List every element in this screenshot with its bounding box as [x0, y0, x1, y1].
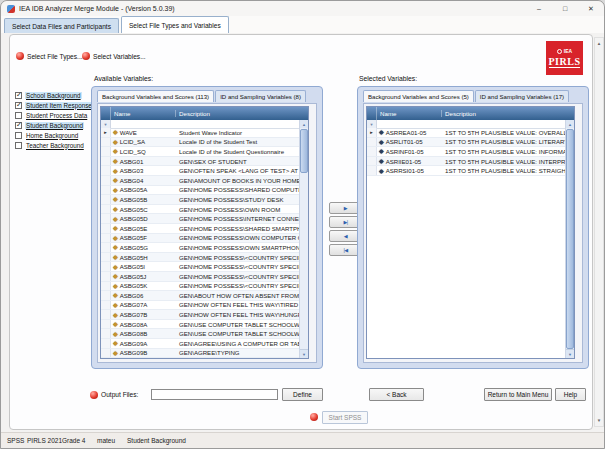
variable-row[interactable]: ASRREA01-05 1ST TO 5TH PLAUSIBLE VALUE: …: [367, 128, 565, 138]
help-button[interactable]: Help: [555, 388, 586, 401]
file-type-item[interactable]: Student Background: [15, 120, 91, 130]
define-button[interactable]: Define: [282, 388, 323, 401]
file-type-label: Student Background: [25, 122, 84, 129]
file-type-item[interactable]: Teacher Background: [15, 140, 91, 150]
variable-description: 1ST TO 5TH PLAUSIBLE VALUE: LITERARY PUR…: [442, 138, 565, 145]
panel-tab[interactable]: Background Variables and Scores (113): [97, 90, 214, 102]
variable-name: ASBG05H: [120, 254, 148, 261]
column-header-name[interactable]: Name: [111, 110, 176, 117]
variable-row[interactable]: ASBG09B GEN\AGREE\TYPING: [101, 349, 299, 358]
variable-row[interactable]: ASBG07B GEN\HOW OFTEN FEEL THIS WAY\HUNG…: [101, 310, 299, 320]
checkbox-icon[interactable]: [15, 102, 22, 109]
variable-icon: [113, 254, 118, 260]
variable-name: ASBG01: [120, 158, 144, 165]
variable-row[interactable]: ASBG05B GEN\HOME POSSESS\STUDY DESK: [101, 195, 299, 205]
row-gutter: [101, 128, 111, 137]
variable-row[interactable]: ASBG03 GEN\OFTEN SPEAK <LANG OF TEST> AT…: [101, 166, 299, 176]
variable-row[interactable]: ASRINF01-05 1ST TO 5TH PLAUSIBLE VALUE: …: [367, 147, 565, 157]
start-spss-button[interactable]: Start SPSS: [322, 411, 368, 424]
variable-row[interactable]: ASBG05D GEN\HOME POSSESS\INTERNET CONNEC…: [101, 214, 299, 224]
column-header-name[interactable]: Name: [377, 110, 442, 117]
scroll-down-icon[interactable]: ▼: [300, 349, 308, 358]
filter-icon: ▼: [367, 120, 377, 128]
variable-icon: [379, 168, 384, 174]
scroll-down-icon[interactable]: ▼: [566, 349, 574, 358]
status-grade: Grade 4: [62, 437, 86, 444]
variable-row[interactable]: LCID_SA Locale ID of the Student Test: [101, 138, 299, 148]
maximize-icon[interactable]: □: [552, 1, 578, 16]
checkbox-icon[interactable]: [15, 92, 22, 99]
checkbox-icon[interactable]: [15, 122, 22, 129]
variable-row[interactable]: ASRLIT01-05 1ST TO 5TH PLAUSIBLE VALUE: …: [367, 138, 565, 148]
output-files-input[interactable]: [151, 389, 278, 400]
file-type-item[interactable]: Student Item Responses: [15, 100, 91, 110]
file-type-item[interactable]: Home Background: [15, 130, 91, 140]
variable-row[interactable]: LCID_SQ Locale ID of the Student Questio…: [101, 147, 299, 157]
checkbox-icon[interactable]: [15, 142, 22, 149]
scroll-up-icon[interactable]: ▲: [300, 120, 308, 128]
variable-description: 1ST TO 5TH PLAUSIBLE VALUE: INTERPRETING…: [442, 158, 565, 165]
minimize-icon[interactable]: –: [526, 1, 552, 16]
variable-name: ASBG07B: [120, 311, 148, 318]
variable-description: 1ST TO 5TH PLAUSIBLE VALUE: INFORMATIONA…: [442, 148, 565, 155]
variable-row[interactable]: WAVE Student Wave Indicator: [101, 128, 299, 138]
variable-row[interactable]: ASBG07A GEN\HOW OFTEN FEEL THIS WAY\TIRE…: [101, 301, 299, 311]
variable-row[interactable]: ASBG06 GEN\ABOUT HOW OFTEN ABSENT FROM S…: [101, 291, 299, 301]
scroll-thumb[interactable]: [566, 129, 574, 349]
variable-row[interactable]: ASBG05F GEN\HOME POSSESS\OWN COMPUTER OR…: [101, 234, 299, 244]
main-tab[interactable]: Select Data Files and Participants: [4, 18, 119, 33]
select-file-types-button[interactable]: Select File Types...: [16, 52, 83, 60]
back-button[interactable]: < Back: [369, 388, 424, 401]
variable-row[interactable]: ASBG08B GEN\USE COMPUTER TABLET SCHOOLWO…: [101, 329, 299, 339]
variable-row[interactable]: ASBG05A GEN\HOME POSSESS\SHARED COMPUTER…: [101, 186, 299, 196]
checkbox-icon[interactable]: [15, 112, 22, 119]
file-type-label: School Background: [25, 92, 82, 99]
variable-row[interactable]: ASBG01 GEN\SEX OF STUDENT: [101, 157, 299, 167]
return-to-main-menu-button[interactable]: Return to Main Menu: [484, 388, 552, 401]
variable-row[interactable]: ASRRSI01-05 1ST TO 5TH PLAUSIBLE VALUE: …: [367, 166, 565, 176]
variable-row[interactable]: ASRIIE01-05 1ST TO 5TH PLAUSIBLE VALUE: …: [367, 157, 565, 167]
variable-description: GEN\HOW OFTEN FEEL THIS WAY\HUNGRY: [176, 311, 299, 318]
row-gutter: [101, 166, 111, 175]
available-panel-page: Name Description ▼ WAVE: [97, 103, 317, 363]
grid-scrollbar[interactable]: ▲ ▼: [565, 120, 574, 358]
variable-row[interactable]: ASBG05C GEN\HOME POSSESS\OWN ROOM: [101, 205, 299, 215]
panel-tab[interactable]: ID and Sampling Variables (8): [215, 90, 306, 102]
file-type-label: Home Background: [25, 132, 79, 139]
variable-row[interactable]: ASBG04 GEN\AMOUNT OF BOOKS IN YOUR HOME: [101, 176, 299, 186]
status-bar: SPSS PIRLS 2021 Grade 4 mateu Student Ba…: [1, 432, 604, 449]
variable-icon: [113, 340, 118, 346]
main-tab[interactable]: Select File Types and Variables: [121, 16, 229, 33]
variable-row[interactable]: ASBG05I GEN\HOME POSSESS\<COUNTRY SPECIF…: [101, 262, 299, 272]
scroll-up-icon[interactable]: ▲: [566, 120, 574, 128]
scroll-thumb[interactable]: [300, 129, 308, 173]
column-header-description[interactable]: Description: [176, 110, 308, 117]
variable-row[interactable]: ASBG05K GEN\HOME POSSESS\<COUNTRY SPECIF…: [101, 282, 299, 292]
file-type-item[interactable]: Student Process Data: [15, 110, 91, 120]
variable-row[interactable]: ASBG05J GEN\HOME POSSESS\<COUNTRY SPECIF…: [101, 272, 299, 282]
close-icon[interactable]: ✕: [578, 1, 604, 16]
variable-description: Locale ID of the Student Questionnaire: [176, 148, 299, 155]
window-title: IEA IDB Analyzer Merge Module - (Version…: [19, 5, 175, 12]
select-variables-button[interactable]: Select Variables...: [82, 52, 146, 60]
checkbox-icon[interactable]: [15, 132, 22, 139]
panel-tab[interactable]: Background Variables and Scores (5): [363, 90, 474, 102]
grid-header: Name Description: [101, 107, 308, 120]
variable-row[interactable]: ASBG05H GEN\HOME POSSESS\<COUNTRY SPECIF…: [101, 253, 299, 263]
file-type-item[interactable]: School Background: [15, 90, 91, 100]
variable-description: GEN\HOME POSSESS\OWN COMPUTER OR TABLET: [176, 234, 299, 241]
variable-row[interactable]: ASBG05G GEN\HOME POSSESS\OWN SMARTPHONE: [101, 243, 299, 253]
variable-row[interactable]: ASBG05E GEN\HOME POSSESS\SHARED SMARTPHO…: [101, 224, 299, 234]
variable-description: GEN\ABOUT HOW OFTEN ABSENT FROM SCHOOL: [176, 292, 299, 299]
grid-scrollbar[interactable]: ▲ ▼: [299, 120, 308, 358]
variable-icon: [379, 129, 384, 135]
variable-row[interactable]: ASBG08A GEN\USE COMPUTER TABLET SCHOOLWO…: [101, 320, 299, 330]
column-header-description[interactable]: Description: [442, 110, 574, 117]
file-type-label: Student Item Responses: [25, 102, 96, 109]
window-scrollbar[interactable]: ▲ ▼: [594, 37, 604, 427]
variable-row[interactable]: ASBG09A GEN\AGREE\USING A COMPUTER OR TA…: [101, 339, 299, 349]
variable-icon: [379, 148, 384, 154]
scroll-down-icon[interactable]: ▼: [595, 416, 603, 425]
scroll-up-icon[interactable]: ▲: [595, 39, 603, 48]
panel-tab[interactable]: ID and Sampling Variables (17): [475, 90, 569, 102]
